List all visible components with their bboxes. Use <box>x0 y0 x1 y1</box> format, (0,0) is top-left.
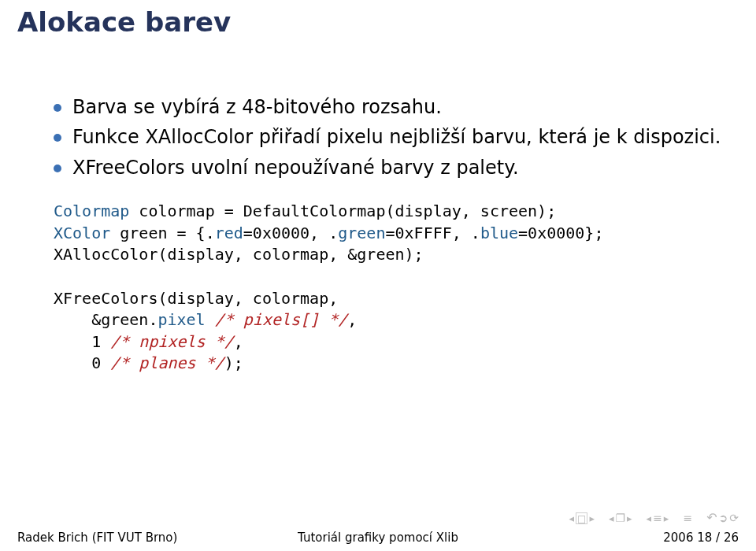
code-text: XFreeColors(display, colormap, <box>54 289 338 308</box>
code-type: Colormap <box>54 202 129 220</box>
code-comment: /* planes */ <box>110 353 224 372</box>
code-text: , <box>234 332 243 351</box>
code-text: =0xFFFF, . <box>385 224 480 242</box>
code-text: &green. <box>54 310 158 329</box>
code-text: green = {. <box>110 224 214 242</box>
nav-page-icon[interactable]: □ <box>576 512 587 524</box>
slide-content: Barva se vybírá z 48-bitového rozsahu. F… <box>54 94 724 375</box>
footer-page: 2006 18 / 26 <box>663 531 739 545</box>
nav-prev-section-icon[interactable]: ◂ <box>647 513 652 523</box>
code-text: 1 <box>54 332 110 351</box>
nav-bar: ◂ □ ▸ ◂ ❐ ▸ ◂ ≡ ▸ ≡ ↶ ➲ ⟳ <box>569 512 739 524</box>
nav-group-undo: ↶ ➲ ⟳ <box>706 512 739 524</box>
bullet-text: Barva se vybírá z 48-bitového rozsahu. <box>72 94 442 120</box>
nav-group-misc: ≡ <box>683 512 692 523</box>
slide-title: Alokace barev <box>17 6 231 38</box>
code-text: colormap = DefaultColormap(display, scre… <box>129 202 556 220</box>
nav-next-page-icon[interactable]: ▸ <box>589 513 595 523</box>
code-text: , <box>347 310 357 329</box>
nav-next-frame-icon[interactable]: ▸ <box>627 513 632 523</box>
code-text: =0x0000, . <box>243 224 338 242</box>
code-field: red <box>215 224 243 242</box>
nav-frame-icon[interactable]: ❐ <box>616 512 626 523</box>
footer-author: Radek Brich (FIT VUT Brno) <box>17 531 177 545</box>
nav-group-frame: ◂ ❐ ▸ <box>609 512 632 523</box>
code-text: ); <box>224 353 243 372</box>
code-comment: /* npixels */ <box>110 332 234 351</box>
bullet-item: Funkce XAllocColor přiřadí pixelu nejbli… <box>54 124 724 150</box>
code-field: blue <box>480 224 518 242</box>
code-text: XAllocColor(display, colormap, &green); <box>54 245 424 264</box>
nav-prev-frame-icon[interactable]: ◂ <box>609 513 614 523</box>
code-type: XColor <box>54 224 110 242</box>
bullet-item: XFreeColors uvolní nepoužívané barvy z p… <box>54 155 724 180</box>
code-text <box>206 310 215 329</box>
bullet-item: Barva se vybírá z 48-bitového rozsahu. <box>54 94 724 120</box>
nav-section-icon[interactable]: ≡ <box>653 512 662 523</box>
nav-loop-icon[interactable]: ➲ <box>719 512 728 523</box>
code-field: pixel <box>158 310 205 329</box>
code-field: green <box>338 224 385 242</box>
nav-group-page: ◂ □ ▸ <box>569 512 595 524</box>
code-text: =0x0000}; <box>518 224 603 242</box>
nav-outline-icon[interactable]: ≡ <box>683 512 692 523</box>
code-comment: /* pixels[] */ <box>215 310 348 329</box>
code-block: Colormap colormap = DefaultColormap(disp… <box>54 201 724 375</box>
nav-next-section-icon[interactable]: ▸ <box>664 513 669 523</box>
bullet-text: XFreeColors uvolní nepoužívané barvy z p… <box>72 155 519 180</box>
nav-back-icon[interactable]: ↶ <box>706 512 717 524</box>
code-text: 0 <box>54 353 110 372</box>
bullet-icon <box>54 134 61 142</box>
nav-loop2-icon[interactable]: ⟳ <box>729 512 739 523</box>
bullet-icon <box>54 165 61 172</box>
bullet-text: Funkce XAllocColor přiřadí pixelu nejbli… <box>72 124 721 150</box>
bullet-icon <box>54 104 61 112</box>
nav-prev-page-icon[interactable]: ◂ <box>569 513 575 523</box>
footer: Radek Brich (FIT VUT Brno) Tutoriál graf… <box>17 531 739 545</box>
nav-group-section: ◂ ≡ ▸ <box>647 512 669 523</box>
footer-title: Tutoriál grafiky pomocí Xlib <box>298 531 458 545</box>
